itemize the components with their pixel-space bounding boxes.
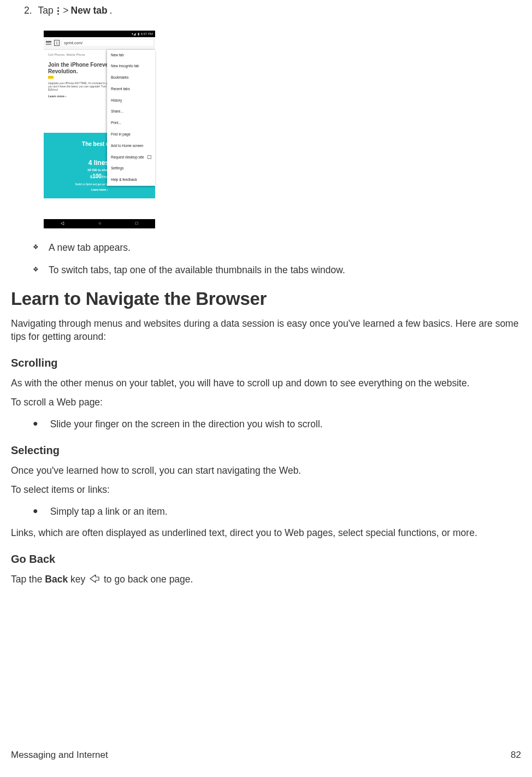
menu-item-bookmarks: Bookmarks: [107, 72, 155, 84]
goback-bold: Back: [45, 574, 68, 585]
diamond-icon: ❖: [33, 242, 39, 252]
menu-item-find: Find in page: [107, 129, 155, 140]
footer-left: Messaging and Internet: [11, 749, 108, 762]
menu-item-incognito: New incognito tab: [107, 61, 155, 72]
diamond-icon: ❖: [33, 264, 39, 275]
dot-list: ● Simply tap a link or an item.: [33, 505, 521, 519]
intro-para: Navigating through menus and websites du…: [11, 317, 521, 343]
dot-icon: ●: [33, 505, 38, 517]
heading-navigate: Learn to Navigate the Browser: [11, 287, 521, 311]
heading-selecting: Selecting: [11, 443, 521, 458]
selecting-p2: To select items or links:: [11, 484, 521, 497]
step-gt: >: [63, 4, 68, 17]
tab-count: 1: [54, 40, 60, 46]
scrolling-p2: To scroll a Web page:: [11, 396, 521, 409]
home-nav-icon: ○: [98, 221, 101, 227]
heading-scrolling: Scrolling: [11, 356, 521, 370]
battery-icon: ▮: [138, 32, 139, 36]
screenshot-figure: ▾◢ ▮ 6:57 PM 1 sprint.com/ Cell Phones, …: [44, 31, 155, 228]
recent-nav-icon: □: [135, 221, 138, 227]
menu-item-share: Share...: [107, 106, 155, 117]
dot-item: ● Slide your finger on the screen in the…: [33, 418, 521, 431]
step-period: .: [110, 4, 113, 17]
scrolling-p1: As with the other menus on your tablet, …: [11, 377, 521, 390]
back-nav-icon: ◁: [61, 221, 64, 227]
step-number: 2.: [24, 4, 32, 17]
goback-para: Tap the Back key to go back one page.: [11, 573, 521, 586]
status-bar: ▾◢ ▮ 6:57 PM: [44, 31, 155, 37]
bullet-item: ❖ To switch tabs, tap one of the availab…: [33, 264, 521, 277]
goback-pre: Tap the: [11, 574, 45, 585]
price-n: 100: [92, 173, 102, 179]
dot-icon: ●: [33, 418, 38, 429]
step-newtab: New tab: [71, 4, 108, 17]
footer: Messaging and Internet 82: [11, 749, 521, 762]
more-icon: [56, 7, 61, 15]
bullet-item: ❖ A new tab appears.: [33, 242, 521, 255]
learn-more-2: Learn more ›: [44, 188, 155, 192]
diamond-list: ❖ A new tab appears. ❖ To switch tabs, t…: [33, 242, 521, 277]
chrome-menu: New tab New incognito tab Bookmarks Rece…: [107, 50, 155, 186]
bullet-text: A new tab appears.: [49, 242, 131, 255]
menu-item-newtab: New tab: [107, 50, 155, 61]
dot-text: Simply tap a link or an item.: [50, 505, 168, 519]
dot-item: ● Simply tap a link or an item.: [33, 505, 521, 519]
step-tap: Tap: [38, 4, 54, 17]
bullet-text: To switch tabs, tap one of the available…: [49, 264, 345, 277]
selecting-p3: Links, which are often displayed as unde…: [11, 527, 521, 540]
menu-item-settings: Settings: [107, 163, 155, 174]
menu-item-history: History: [107, 95, 155, 107]
status-time: 6:57 PM: [141, 32, 153, 36]
hamburger-icon: [46, 41, 51, 44]
dot-list: ● Slide your finger on the screen in the…: [33, 418, 521, 431]
nav-bar: ◁ ○ □: [44, 219, 155, 228]
footer-right: 82: [511, 749, 521, 762]
menu-item-desktop-label: Request desktop site: [111, 155, 144, 160]
checkbox-icon: [147, 155, 151, 159]
url-bar: sprint.com/: [62, 40, 153, 46]
signal-icon: ▾◢: [132, 32, 136, 36]
browser-toolbar: 1 sprint.com/: [44, 37, 155, 50]
browser-body: Cell Phones, Mobile Phone Join the iPhon…: [44, 50, 155, 219]
menu-item-print: Print...: [107, 117, 155, 129]
menu-item-recent: Recent tabs: [107, 84, 155, 95]
dot-text: Slide your finger on the screen in the d…: [50, 418, 323, 431]
heading-goback: Go Back: [11, 552, 521, 567]
menu-item-desktop: Request desktop site: [107, 152, 155, 163]
step-line: 2. Tap > New tab.: [24, 4, 521, 17]
yellow-accent: [48, 76, 54, 79]
back-key-icon: [89, 574, 100, 587]
selecting-p1: Once you've learned how to scroll, you c…: [11, 464, 521, 478]
goback-post: to go back one page.: [104, 574, 193, 585]
goback-mid: key: [68, 574, 88, 585]
menu-item-help: Help & feedback: [107, 174, 155, 186]
menu-item-addhome: Add to Home screen: [107, 140, 155, 152]
